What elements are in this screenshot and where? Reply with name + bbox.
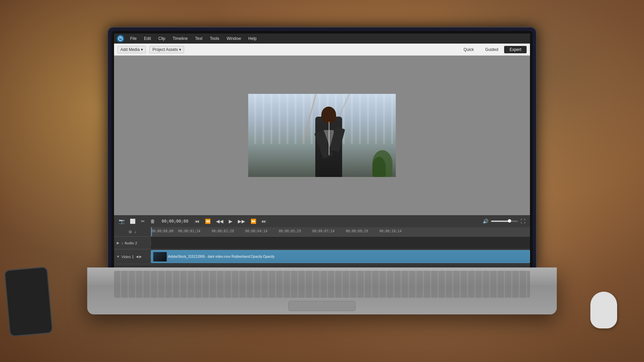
tick-3: 00;00;04;14	[245, 229, 267, 233]
video1-clip[interactable]: AdobeStock_315212806 - dark video.mov Ru…	[151, 250, 530, 263]
audio-track-icon: ♪	[121, 241, 123, 245]
skip-to-end-button[interactable]: ⏭	[260, 218, 268, 225]
audio2-track-label: ▶ ♪ Audio 2	[114, 241, 151, 245]
tick-5: 00;00;07;14	[312, 229, 334, 233]
screen-bezel: File Edit Clip Timeline Text Tools Windo…	[111, 31, 533, 267]
app-logo	[117, 35, 124, 42]
tick-6: 00;00;08;29	[346, 229, 368, 233]
timecode-display: 00;00;00;00	[159, 218, 191, 224]
trackpad[interactable]	[288, 301, 356, 311]
clip-thumbnail	[153, 252, 167, 261]
audio2-expand-icon[interactable]: ▶	[116, 241, 120, 245]
mode-tabs: Quick Guided Expert	[458, 46, 527, 53]
phone	[4, 266, 53, 337]
step-back-button[interactable]: ⏪	[204, 218, 212, 225]
tab-quick[interactable]: Quick	[458, 46, 479, 53]
tab-guided[interactable]: Guided	[480, 46, 504, 53]
audio2-track-row: ▶ ♪ Audio 2	[114, 237, 530, 249]
preview-area	[114, 56, 530, 215]
menu-bar: File Edit Clip Timeline Text Tools Windo…	[114, 34, 530, 44]
timeline-ruler-row: ⚙ ♪ 00;00;00;00 00;00;01;14 00;00;02;29 …	[114, 227, 530, 237]
menu-clip[interactable]: Clip	[157, 36, 167, 42]
tick-7: 00;00;10;14	[379, 229, 401, 233]
volume-slider[interactable]	[491, 221, 518, 222]
volume-area: 🔊 ⛶	[481, 218, 527, 225]
track-settings-icon[interactable]: ⚙	[128, 229, 133, 235]
menu-text[interactable]: Text	[194, 36, 204, 42]
app-window: File Edit Clip Timeline Text Tools Windo…	[114, 34, 530, 267]
audio-icon[interactable]: ♪	[134, 229, 137, 235]
skip-to-start-button[interactable]: ⏮	[194, 218, 201, 225]
tab-expert[interactable]: Expert	[504, 46, 527, 53]
video1-expand-icon[interactable]: ▼	[116, 255, 120, 259]
video1-track-label: ▼ Video 1 ◀ ▶	[114, 255, 151, 259]
laptop-base	[87, 267, 557, 314]
tick-0: 00;00;00;00	[151, 229, 173, 233]
timeline-tools: ⚙ ♪	[114, 227, 151, 236]
tick-2: 00;00;02;29	[212, 229, 234, 233]
menu-timeline[interactable]: Timeline	[171, 36, 189, 42]
audio2-track-content	[151, 237, 530, 249]
tick-1: 00;00;01;14	[178, 229, 200, 233]
scissors-icon[interactable]: ✂	[140, 218, 146, 225]
menu-window[interactable]: Window	[225, 36, 243, 42]
keyboard-area	[114, 271, 530, 298]
video-preview	[248, 94, 396, 177]
timeline-ruler: 00;00;00;00 00;00;01;14 00;00;02;29 00;0…	[151, 227, 530, 236]
video1-track-row: ▼ Video 1 ◀ ▶ AdobeStock_315212806 - dar…	[114, 249, 530, 264]
play-pause-button[interactable]: ▶	[227, 218, 234, 225]
controls-bar: 📷 ⬜ ✂ 🗑 00;00;00;00 ⏮ ⏪ ◀◀ ▶ ▶▶ ⏩ ⏭	[114, 215, 530, 227]
add-media-button[interactable]: Add Media ▾	[117, 46, 146, 53]
laptop: File Edit Clip Timeline Text Tools Windo…	[87, 27, 557, 335]
mouse	[590, 292, 617, 328]
audio2-label: Audio 2	[125, 241, 137, 245]
delete-icon[interactable]: 🗑	[149, 218, 156, 225]
camera-icon[interactable]: 📷	[117, 218, 126, 225]
timeline-area: ⚙ ♪ 00;00;00;00 00;00;01;14 00;00;02;29 …	[114, 227, 530, 267]
video1-prev-icon[interactable]: ◀	[136, 255, 139, 258]
menu-edit[interactable]: Edit	[143, 36, 152, 42]
video1-track-content: AdobeStock_315212806 - dark video.mov Ru…	[151, 249, 530, 264]
tick-4: 00;00;05;29	[279, 229, 301, 233]
video1-label: Video 1	[121, 255, 134, 259]
laptop-lid: File Edit Clip Timeline Text Tools Windo…	[107, 27, 537, 268]
rewind-button[interactable]: ◀◀	[215, 218, 225, 225]
video1-next-icon[interactable]: ▶	[139, 255, 142, 258]
clip-label: AdobeStock_315212806 - dark video.mov Ru…	[168, 255, 274, 258]
export-icon[interactable]: ⬜	[128, 218, 137, 225]
volume-fill	[491, 221, 510, 222]
step-forward-button[interactable]: ⏩	[249, 218, 258, 225]
toolbar: Add Media ▾ Project Assets ▾ Quick Guide…	[114, 44, 530, 56]
fullscreen-icon[interactable]: ⛶	[519, 218, 527, 225]
project-assets-button[interactable]: Project Assets ▾	[149, 46, 184, 53]
menu-tools[interactable]: Tools	[209, 36, 221, 42]
svg-point-0	[118, 37, 122, 41]
menu-file[interactable]: File	[129, 36, 138, 42]
volume-icon[interactable]: 🔊	[481, 218, 490, 225]
video-frame	[248, 94, 396, 177]
fast-forward-button[interactable]: ▶▶	[236, 218, 247, 225]
volume-thumb	[508, 219, 511, 223]
menu-help[interactable]: Help	[247, 36, 258, 42]
